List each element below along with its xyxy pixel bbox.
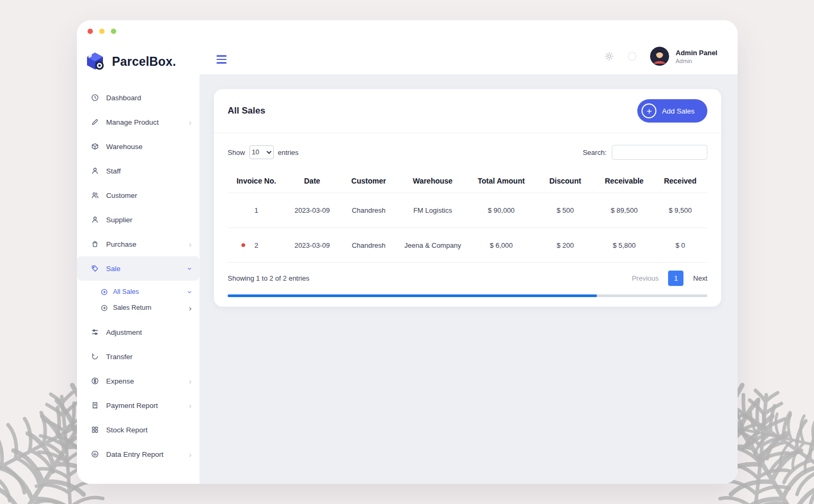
chevron-right-icon: › <box>189 402 192 410</box>
table-row[interactable]: 1 2023-03-09 Chandresh FM Logistics $ 90… <box>228 193 707 228</box>
all-sales-card: All Sales + Add Sales Show 10 entries Se… <box>214 89 721 307</box>
search-input[interactable] <box>612 145 707 160</box>
col-header-warehouse[interactable]: Warehouse <box>398 177 467 185</box>
sidebar-item-label: Staff <box>106 167 121 175</box>
customer-cell: Chandresh <box>339 241 398 249</box>
sidebar-item-sale[interactable]: Sale › <box>77 256 200 281</box>
invoice-cell: 1 <box>228 206 285 214</box>
staff-icon <box>91 167 99 175</box>
chevron-right-icon: › <box>189 304 192 312</box>
sidebar-item-label: Adjustment <box>106 328 142 336</box>
unread-dot-icon <box>241 244 245 247</box>
sidebar-item-stock-report[interactable]: Stock Report <box>77 418 200 442</box>
chevron-down-icon: › <box>186 291 194 293</box>
col-header-date[interactable]: Date <box>285 177 339 185</box>
sidebar-item-adjustment[interactable]: Adjustment <box>77 320 200 344</box>
sidebar-item-label: Data Entry Report <box>106 450 163 458</box>
sidebar-item-purchase[interactable]: Purchase › <box>77 232 200 256</box>
entries-summary: Showing 1 to 2 of 2 entries <box>228 274 309 282</box>
received-cell: $ 0 <box>653 241 707 249</box>
entries-select[interactable]: 10 <box>249 145 274 159</box>
horizontal-scrollbar-track[interactable] <box>228 294 707 297</box>
previous-page-button[interactable]: Previous <box>632 274 659 282</box>
parcelbox-logo-icon <box>84 51 107 73</box>
col-header-discount[interactable]: Discount <box>535 177 595 185</box>
data-entry-report-icon <box>91 450 99 458</box>
table-controls: Show 10 entries Search: <box>214 133 721 167</box>
dashboard-icon <box>91 93 99 102</box>
manage-product-icon <box>91 118 99 126</box>
submenu-item-label: All Sales <box>113 288 139 296</box>
plus-icon: + <box>642 103 656 118</box>
sidebar-item-label: Warehouse <box>106 143 143 151</box>
sidebar: ParcelBox. Dashboard Manage Product › Wa… <box>77 20 200 484</box>
sidebar-item-transfer[interactable]: Transfer <box>77 344 200 369</box>
col-header-total-amount[interactable]: Total Amount <box>467 177 535 185</box>
arrow-circle-icon <box>100 288 108 296</box>
show-label: Show <box>228 149 245 157</box>
customer-icon <box>91 191 99 199</box>
chevron-down-icon: › <box>186 267 194 270</box>
warehouse-icon <box>91 142 99 151</box>
sidebar-item-dashboard[interactable]: Dashboard <box>77 85 200 110</box>
sidebar-item-label: Stock Report <box>106 426 148 434</box>
invoice-cell: 2 <box>228 241 285 249</box>
chevron-right-icon: › <box>189 377 192 385</box>
sidebar-item-label: Manage Product <box>106 118 159 126</box>
sidebar-item-label: Payment Report <box>106 402 158 410</box>
user-menu[interactable]: Admin Panel Admin <box>650 47 717 66</box>
table-footer: Showing 1 to 2 of 2 entries Previous 1 N… <box>214 263 721 291</box>
warehouse-cell: Jeena & Company <box>398 241 467 249</box>
add-sales-button[interactable]: + Add Sales <box>637 99 707 123</box>
sidebar-item-data-entry-report[interactable]: Data Entry Report › <box>77 442 200 466</box>
col-header-invoice-no[interactable]: Invoice No. <box>228 177 285 185</box>
brand-logo[interactable]: ParcelBox. <box>77 51 200 73</box>
sidebar-item-customer[interactable]: Customer <box>77 183 200 207</box>
receivable-cell: $ 89,500 <box>595 206 653 214</box>
sidebar-item-label: Customer <box>106 192 137 199</box>
settings-gear-icon[interactable] <box>604 51 614 61</box>
search-label: Search: <box>583 149 607 157</box>
sidebar-item-label: Dashboard <box>106 94 141 102</box>
chevron-right-icon: › <box>189 450 192 458</box>
sidebar-item-warehouse[interactable]: Warehouse <box>77 134 200 159</box>
submenu-item-all-sales[interactable]: All Sales › <box>77 284 200 300</box>
page-title: All Sales <box>228 106 265 116</box>
col-header-received[interactable]: Received <box>653 177 707 185</box>
sidebar-item-manage-product[interactable]: Manage Product › <box>77 110 200 134</box>
sale-submenu: All Sales › Sales Return › <box>77 281 200 320</box>
warehouse-cell: FM Logistics <box>398 206 467 214</box>
customer-cell: Chandresh <box>339 206 398 214</box>
submenu-item-sales-return[interactable]: Sales Return › <box>77 300 200 316</box>
minimize-window-button[interactable] <box>99 29 105 34</box>
expense-icon <box>91 377 99 385</box>
dotted-circle-icon[interactable] <box>628 52 636 60</box>
entries-label: entries <box>278 149 299 157</box>
payment-report-icon <box>91 401 99 410</box>
chevron-right-icon: › <box>189 240 192 248</box>
sidebar-item-payment-report[interactable]: Payment Report › <box>77 393 200 418</box>
close-window-button[interactable] <box>88 29 93 34</box>
sidebar-menu: Dashboard Manage Product › Warehouse Sta… <box>77 85 200 466</box>
user-role: Admin <box>676 58 717 64</box>
chevron-right-icon: › <box>189 118 192 126</box>
sales-table: Invoice No. Date Customer Warehouse Tota… <box>214 167 721 263</box>
sidebar-item-supplier[interactable]: Supplier <box>77 207 200 232</box>
receivable-cell: $ 5,800 <box>595 241 653 249</box>
sale-icon <box>91 264 99 273</box>
stock-report-icon <box>91 425 99 434</box>
sidebar-item-staff[interactable]: Staff <box>77 159 200 183</box>
page-number-button[interactable]: 1 <box>668 271 683 286</box>
avatar[interactable] <box>650 47 669 66</box>
sidebar-item-label: Expense <box>106 377 134 385</box>
window-controls <box>88 29 116 34</box>
col-header-receivable[interactable]: Receivable <box>595 177 653 185</box>
sidebar-item-expense[interactable]: Expense › <box>77 369 200 393</box>
horizontal-scrollbar-thumb[interactable] <box>228 294 597 297</box>
table-row[interactable]: 2 2023-03-09 Chandresh Jeena & Company $… <box>228 228 707 262</box>
col-header-customer[interactable]: Customer <box>339 177 398 185</box>
received-cell: $ 9,500 <box>653 206 707 214</box>
next-page-button[interactable]: Next <box>693 274 707 282</box>
menu-toggle-button[interactable] <box>215 53 228 66</box>
maximize-window-button[interactable] <box>111 29 116 34</box>
